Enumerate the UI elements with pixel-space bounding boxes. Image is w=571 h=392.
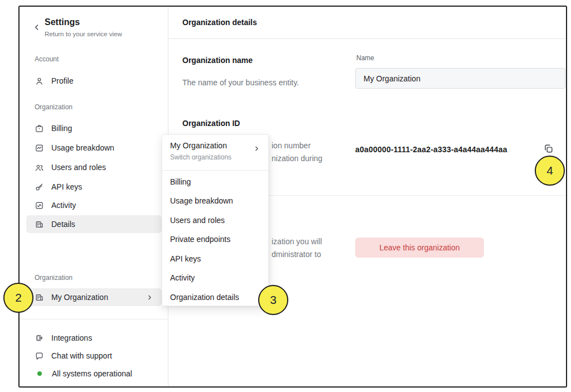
menu-title: My Organization	[170, 141, 227, 150]
copy-icon[interactable]	[543, 143, 554, 154]
chevron-right-icon	[253, 145, 260, 152]
settings-sidebar: Settings Return to your service view Acc…	[20, 7, 168, 386]
leave-description-clipped-line1: ization you will	[272, 237, 322, 246]
sidebar-item-users-and-roles[interactable]: Users and roles	[26, 158, 162, 176]
page-title: Organization details	[182, 18, 257, 27]
org-name-section-title: Organization name	[182, 56, 253, 65]
person-icon	[35, 76, 44, 86]
billing-icon	[35, 124, 44, 133]
menu-subtitle: Switch organizations	[170, 153, 231, 161]
sidebar-item-profile[interactable]: Profile	[26, 72, 162, 90]
sidebar-item-label: Profile	[51, 76, 74, 85]
sidebar-item-label: Billing	[51, 124, 72, 133]
annotation-step-4: 4	[535, 156, 565, 186]
building-icon	[35, 220, 44, 229]
activity-icon	[35, 201, 44, 210]
header-divider	[168, 38, 566, 39]
menu-item-usage-breakdown[interactable]: Usage breakdown	[162, 191, 268, 210]
organization-name-input[interactable]	[355, 68, 565, 89]
leave-description-clipped-line2: dministrator to	[272, 250, 321, 259]
chevron-right-icon	[146, 294, 153, 301]
section-label-account: Account	[35, 55, 59, 63]
menu-item-users-and-roles[interactable]: Users and roles	[162, 211, 268, 230]
sidebar-title: Settings	[45, 17, 80, 27]
name-field-label: Name	[356, 54, 374, 62]
annotation-step-3: 3	[258, 285, 288, 315]
sidebar-item-chat-with-support[interactable]: Chat with support	[26, 347, 162, 365]
menu-item-organization-details[interactable]: Organization details	[162, 288, 268, 307]
sidebar-item-label: My Organization	[51, 293, 139, 302]
back-chevron-icon[interactable]	[32, 23, 41, 32]
sidebar-item-label: Details	[51, 220, 75, 229]
annotation-step-2: 2	[3, 283, 33, 313]
sidebar-item-integrations[interactable]: Integrations	[26, 329, 162, 347]
sidebar-footer-divider	[20, 319, 168, 320]
menu-item-billing[interactable]: Billing	[162, 172, 268, 191]
sidebar-item-api-keys[interactable]: API keys	[26, 178, 162, 196]
org-id-section-title: Organization ID	[182, 119, 240, 128]
menu-item-activity[interactable]: Activity	[162, 268, 268, 287]
sidebar-item-my-organization[interactable]: My Organization	[26, 288, 162, 306]
users-icon	[35, 163, 44, 172]
sidebar-subtitle: Return to your service view	[45, 31, 122, 37]
sidebar-item-label: Chat with support	[51, 351, 112, 360]
status-green-dot-icon	[37, 371, 42, 376]
sidebar-item-activity[interactable]: Activity	[26, 196, 162, 214]
sidebar-item-details[interactable]: Details	[26, 215, 162, 233]
org-id-description-clipped-line1: ion number	[272, 141, 311, 150]
sidebar-item-label: API keys	[51, 182, 82, 191]
leave-organization-button[interactable]: Leave this organization	[355, 238, 484, 258]
section-label-organization-switcher: Organization	[35, 274, 72, 282]
status-label: All systems operational	[52, 369, 132, 378]
key-icon	[35, 182, 44, 192]
org-id-description-clipped-line2: nization during	[272, 154, 322, 163]
sidebar-item-system-status[interactable]: All systems operational	[26, 365, 162, 383]
app-window: Settings Return to your service view Acc…	[18, 6, 567, 388]
sidebar-item-label: Integrations	[51, 333, 92, 342]
menu-divider	[162, 170, 268, 171]
sidebar-item-label: Usage breakdown	[51, 143, 114, 152]
org-name-section-description: The name of your business entity.	[182, 78, 299, 87]
chat-bubble-icon	[35, 351, 44, 361]
usage-chart-icon	[35, 143, 44, 153]
section-label-organization: Organization	[35, 103, 72, 111]
sidebar-item-label: Activity	[51, 201, 76, 210]
building-icon	[35, 293, 44, 302]
sidebar-item-billing[interactable]: Billing	[26, 119, 162, 137]
menu-item-private-endpoints[interactable]: Private endpoints	[162, 230, 268, 249]
sidebar-item-usage-breakdown[interactable]: Usage breakdown	[26, 139, 162, 157]
sidebar-item-label: Users and roles	[51, 163, 106, 172]
puzzle-icon	[35, 333, 44, 343]
menu-item-api-keys[interactable]: API keys	[162, 249, 268, 268]
menu-header-my-organization[interactable]	[162, 135, 268, 170]
organization-id-value: a0a00000-1111-2aa2-a333-a4a44aa444aa	[355, 145, 507, 154]
organization-switcher-menu: My Organization Switch organizations Bil…	[162, 134, 269, 306]
